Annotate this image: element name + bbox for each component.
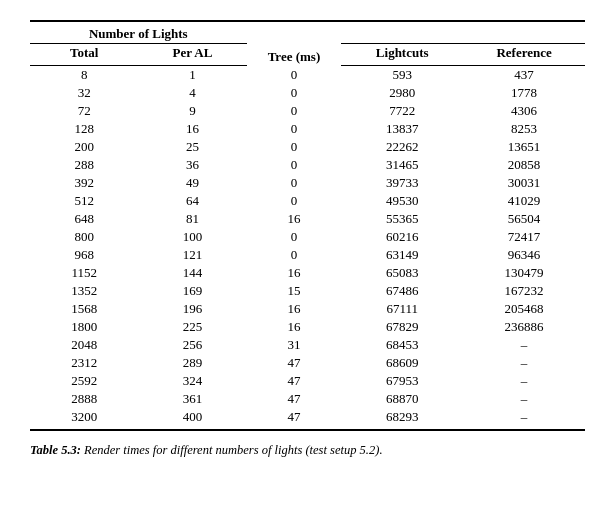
cell-reference: 72417 xyxy=(463,228,585,246)
table-row: 23122894768609– xyxy=(30,354,585,372)
cell-per_al: 49 xyxy=(138,174,246,192)
cell-per_al: 225 xyxy=(138,318,246,336)
cell-reference: 41029 xyxy=(463,192,585,210)
cell-per_al: 196 xyxy=(138,300,246,318)
cell-lightcuts: 55365 xyxy=(341,210,463,228)
cell-tree: 0 xyxy=(247,156,342,174)
header-rendering xyxy=(341,21,585,44)
table-row: 729077224306 xyxy=(30,102,585,120)
cell-total: 800 xyxy=(30,228,138,246)
cell-lightcuts: 67829 xyxy=(341,318,463,336)
cell-per_al: 400 xyxy=(138,408,246,430)
cell-per_al: 1 xyxy=(138,66,246,85)
cell-lightcuts: 68870 xyxy=(341,390,463,408)
cell-total: 200 xyxy=(30,138,138,156)
cell-tree: 0 xyxy=(247,192,342,210)
cell-total: 128 xyxy=(30,120,138,138)
table-body: 8105934373240298017787290772243061281601… xyxy=(30,66,585,431)
cell-reference: 20858 xyxy=(463,156,585,174)
cell-total: 2312 xyxy=(30,354,138,372)
cell-reference: 130479 xyxy=(463,264,585,282)
cell-total: 288 xyxy=(30,156,138,174)
cell-lightcuts: 67953 xyxy=(341,372,463,390)
table-container: Number of Lights Tree (ms) Total Per AL … xyxy=(30,20,585,458)
table-caption: Table 5.3: Render times for different nu… xyxy=(30,443,585,458)
table-row: 25923244767953– xyxy=(30,372,585,390)
cell-reference: 1778 xyxy=(463,84,585,102)
cell-tree: 0 xyxy=(247,102,342,120)
cell-total: 8 xyxy=(30,66,138,85)
table-row: 5126404953041029 xyxy=(30,192,585,210)
header-row-1: Number of Lights Tree (ms) xyxy=(30,21,585,44)
cell-tree: 0 xyxy=(247,228,342,246)
header-lightcuts: Lightcuts xyxy=(341,44,463,66)
cell-tree: 16 xyxy=(247,210,342,228)
cell-tree: 47 xyxy=(247,408,342,430)
cell-per_al: 16 xyxy=(138,120,246,138)
header-tree: Tree (ms) xyxy=(247,21,342,66)
cell-lightcuts: 2980 xyxy=(341,84,463,102)
cell-reference: 8253 xyxy=(463,120,585,138)
cell-tree: 47 xyxy=(247,354,342,372)
cell-tree: 0 xyxy=(247,246,342,264)
cell-lightcuts: 13837 xyxy=(341,120,463,138)
cell-per_al: 25 xyxy=(138,138,246,156)
cell-total: 1800 xyxy=(30,318,138,336)
cell-tree: 16 xyxy=(247,264,342,282)
cell-tree: 0 xyxy=(247,120,342,138)
table-row: 64881165536556504 xyxy=(30,210,585,228)
table-row: 96812106314996346 xyxy=(30,246,585,264)
cell-total: 3200 xyxy=(30,408,138,430)
caption-label: Table 5.3: xyxy=(30,443,81,457)
cell-total: 392 xyxy=(30,174,138,192)
header-number-of-lights: Number of Lights xyxy=(30,21,247,44)
cell-tree: 31 xyxy=(247,336,342,354)
cell-total: 32 xyxy=(30,84,138,102)
cell-reference: 4306 xyxy=(463,102,585,120)
cell-per_al: 256 xyxy=(138,336,246,354)
cell-lightcuts: 39733 xyxy=(341,174,463,192)
cell-reference: – xyxy=(463,372,585,390)
cell-total: 1352 xyxy=(30,282,138,300)
cell-reference: – xyxy=(463,336,585,354)
cell-total: 648 xyxy=(30,210,138,228)
cell-lightcuts: 593 xyxy=(341,66,463,85)
data-table: Number of Lights Tree (ms) Total Per AL … xyxy=(30,20,585,431)
cell-reference: – xyxy=(463,408,585,430)
table-row: 324029801778 xyxy=(30,84,585,102)
cell-reference: – xyxy=(463,390,585,408)
cell-reference: 167232 xyxy=(463,282,585,300)
cell-lightcuts: 7722 xyxy=(341,102,463,120)
cell-tree: 0 xyxy=(247,66,342,85)
cell-total: 968 xyxy=(30,246,138,264)
cell-reference: 205468 xyxy=(463,300,585,318)
cell-lightcuts: 60216 xyxy=(341,228,463,246)
table-row: 20482563168453– xyxy=(30,336,585,354)
cell-total: 72 xyxy=(30,102,138,120)
cell-total: 512 xyxy=(30,192,138,210)
cell-tree: 0 xyxy=(247,138,342,156)
cell-total: 1152 xyxy=(30,264,138,282)
cell-per_al: 81 xyxy=(138,210,246,228)
cell-tree: 15 xyxy=(247,282,342,300)
cell-reference: 13651 xyxy=(463,138,585,156)
cell-lightcuts: 68453 xyxy=(341,336,463,354)
cell-per_al: 324 xyxy=(138,372,246,390)
cell-reference: 437 xyxy=(463,66,585,85)
table-row: 15681961667111205468 xyxy=(30,300,585,318)
table-row: 11521441665083130479 xyxy=(30,264,585,282)
caption-text: Render times for different numbers of li… xyxy=(81,443,383,457)
cell-reference: – xyxy=(463,354,585,372)
cell-per_al: 100 xyxy=(138,228,246,246)
table-row: 3924903973330031 xyxy=(30,174,585,192)
cell-lightcuts: 65083 xyxy=(341,264,463,282)
cell-lightcuts: 63149 xyxy=(341,246,463,264)
cell-total: 1568 xyxy=(30,300,138,318)
cell-reference: 30031 xyxy=(463,174,585,192)
cell-tree: 16 xyxy=(247,318,342,336)
cell-tree: 0 xyxy=(247,174,342,192)
cell-total: 2592 xyxy=(30,372,138,390)
cell-per_al: 144 xyxy=(138,264,246,282)
cell-tree: 16 xyxy=(247,300,342,318)
header-per-al: Per AL xyxy=(138,44,246,66)
